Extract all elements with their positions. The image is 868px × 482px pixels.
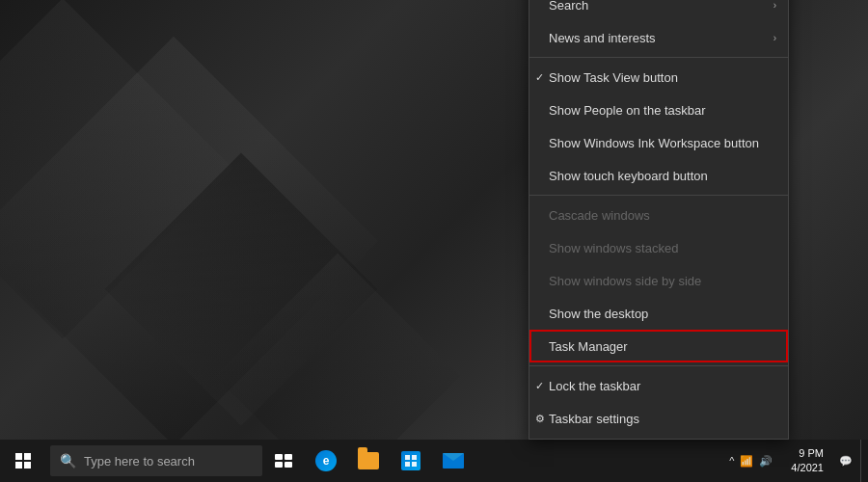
search-icon: 🔍: [60, 453, 76, 469]
store-icon: [401, 451, 420, 470]
menu-item-label: Search: [549, 0, 588, 13]
menu-item-label: Show windows stacked: [549, 241, 678, 255]
menu-item-show-ink[interactable]: Show Windows Ink Workspace button: [529, 126, 788, 159]
search-placeholder: Type here to search: [84, 454, 195, 469]
menu-item-label: Show windows side by side: [549, 274, 701, 288]
svg-rect-1: [412, 455, 417, 460]
menu-item-label: Show the desktop: [549, 307, 648, 321]
folder-icon: [358, 452, 379, 469]
mail-icon: [443, 453, 464, 469]
menu-item-label: News and interests: [549, 31, 656, 45]
svg-rect-2: [405, 462, 410, 467]
taskbar: 🔍 Type here to search e: [0, 440, 868, 482]
menu-item-cascade-windows: Cascade windows: [529, 199, 788, 231]
menu-separator: [529, 57, 788, 58]
edge-icon: e: [315, 450, 337, 471]
system-tray: ^ 📶 🔊: [719, 440, 783, 482]
mail-button[interactable]: [432, 440, 475, 482]
menu-item-show-desktop[interactable]: Show the desktop: [529, 297, 788, 330]
menu-item-show-side-by-side: Show windows side by side: [529, 264, 788, 297]
menu-item-taskbar-settings[interactable]: ⚙ Taskbar settings: [529, 402, 788, 435]
menu-item-label: Show Task View button: [549, 70, 678, 85]
menu-item-show-task-view[interactable]: ✓ Show Task View button: [529, 61, 788, 94]
show-desktop-button[interactable]: [860, 440, 868, 482]
edge-button[interactable]: e: [305, 440, 347, 482]
menu-item-search[interactable]: Search ›: [529, 0, 788, 21]
file-explorer-button[interactable]: [347, 440, 390, 482]
notification-icon[interactable]: 💬: [831, 455, 860, 468]
svg-rect-3: [412, 462, 417, 467]
menu-separator: [529, 365, 788, 366]
arrow-icon: ›: [773, 33, 776, 43]
menu-item-show-touch-keyboard[interactable]: Show touch keyboard button: [529, 159, 788, 192]
volume-icon[interactable]: 🔊: [756, 455, 775, 468]
gear-icon: ⚙: [535, 413, 545, 425]
checkmark-icon: ✓: [535, 71, 544, 84]
menu-item-label: Lock the taskbar: [549, 379, 640, 393]
desktop: Toolbars › Search › News and interests ›…: [0, 0, 868, 482]
menu-item-task-manager[interactable]: Task Manager: [529, 330, 788, 362]
network-icon[interactable]: 📶: [737, 455, 756, 468]
menu-item-news-interests[interactable]: News and interests ›: [529, 21, 788, 54]
search-bar[interactable]: 🔍 Type here to search: [50, 445, 262, 476]
task-view-icon: [275, 454, 292, 468]
clock[interactable]: 9 PM 4/2021: [783, 446, 831, 476]
store-button[interactable]: [390, 440, 432, 482]
menu-item-label: Taskbar settings: [549, 412, 639, 426]
menu-separator: [529, 195, 788, 196]
tray-chevron-icon[interactable]: ^: [726, 455, 737, 467]
menu-item-label: Show Windows Ink Workspace button: [549, 136, 759, 150]
windows-logo-icon: [15, 453, 31, 469]
menu-item-show-people[interactable]: Show People on the taskbar: [529, 94, 788, 126]
clock-time: 9 PM: [791, 446, 824, 461]
task-view-button[interactable]: [262, 440, 305, 482]
checkmark-icon: ✓: [535, 380, 544, 392]
arrow-icon: ›: [773, 0, 776, 11]
clock-date: 4/2021: [791, 461, 824, 475]
context-menu: Toolbars › Search › News and interests ›…: [529, 0, 789, 440]
menu-item-show-stacked: Show windows stacked: [529, 231, 788, 264]
menu-item-label: Show People on the taskbar: [549, 103, 706, 118]
menu-item-label: Show touch keyboard button: [549, 169, 708, 183]
svg-rect-0: [405, 455, 410, 460]
start-button[interactable]: [0, 440, 46, 482]
menu-item-label: Cascade windows: [549, 208, 650, 223]
menu-item-lock-taskbar[interactable]: ✓ Lock the taskbar: [529, 369, 788, 402]
menu-item-label: Task Manager: [549, 339, 628, 354]
